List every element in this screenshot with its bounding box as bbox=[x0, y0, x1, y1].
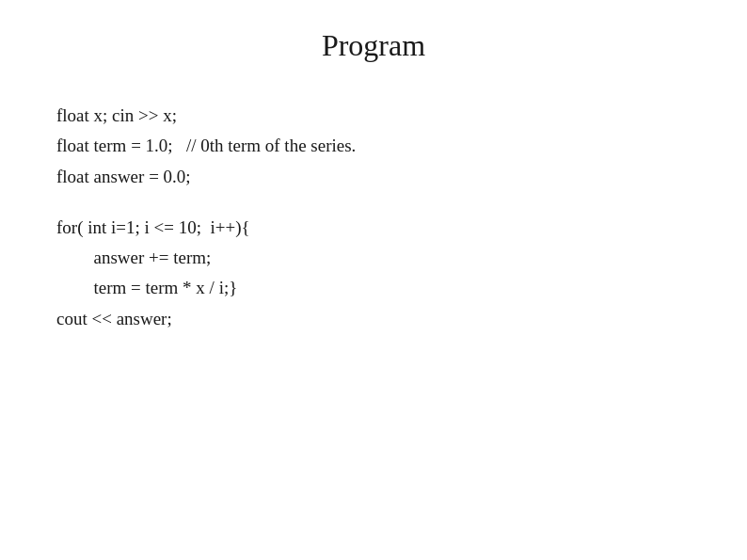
code-line-6: term = term * x / i;} bbox=[56, 273, 747, 303]
code-line-3: float answer = 0.0; bbox=[56, 162, 747, 192]
code-line-5: answer += term; bbox=[56, 243, 747, 273]
page-title: Program bbox=[322, 28, 425, 63]
code-line-2: float term = 1.0; // 0th term of the ser… bbox=[56, 131, 747, 161]
code-line-4: for( int i=1; i <= 10; i++){ bbox=[56, 213, 747, 243]
code-block: float x; cin >> x; float term = 1.0; // … bbox=[0, 101, 747, 334]
code-line-1: float x; cin >> x; bbox=[56, 101, 747, 131]
spacer-1 bbox=[56, 192, 747, 213]
code-line-7: cout << answer; bbox=[56, 304, 747, 334]
